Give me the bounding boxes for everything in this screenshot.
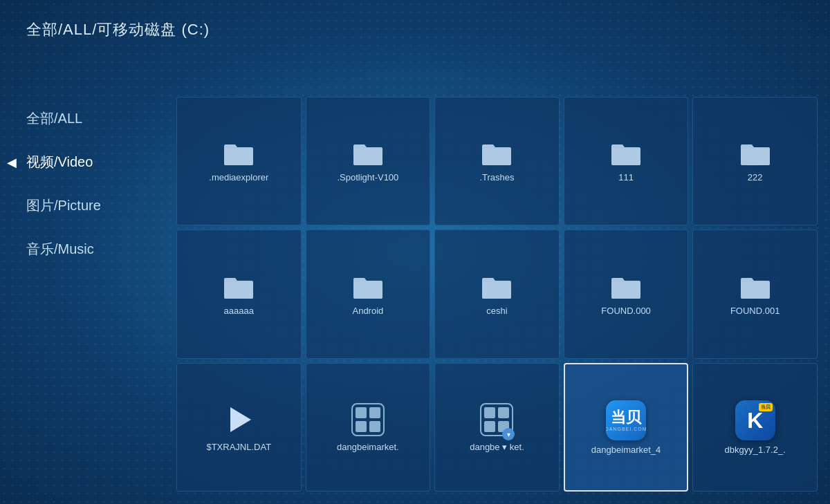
item-label-txrajnl: $TXRAJNL.DAT bbox=[206, 442, 271, 453]
item-label-dangbeimarket4: dangbeimarket_4 bbox=[591, 445, 661, 456]
item-label-111: 111 bbox=[618, 172, 634, 183]
item-label-dangbe: dangbe ▾ ket. bbox=[470, 442, 524, 453]
app-grid-icon bbox=[351, 403, 385, 436]
sidebar-item-video[interactable]: 视频/Video bbox=[0, 140, 166, 184]
grid-item-222[interactable]: 222 bbox=[692, 97, 818, 225]
grid-item-spotlight[interactable]: .Spotlight-V100 bbox=[306, 97, 431, 225]
breadcrumb: 全部/ALL/可移动磁盘 (C:) bbox=[26, 19, 210, 40]
grid-item-trashes[interactable]: .Trashes bbox=[434, 97, 560, 225]
grid-item-found001[interactable]: FOUND.001 bbox=[692, 230, 818, 358]
item-label-android: Android bbox=[352, 306, 383, 317]
file-grid: .mediaexplorer .Spotlight-V100 .Trashes … bbox=[176, 97, 818, 492]
grid-item-dangbeimarket4[interactable]: 当贝 DANGBEI.COM dangbeimarket_4 bbox=[564, 363, 689, 492]
grid-item-dangbe[interactable]: ▾ dangbe ▾ ket. bbox=[434, 363, 560, 492]
item-label-ceshi: ceshi bbox=[486, 306, 507, 317]
sidebar-item-all[interactable]: 全部/ALL bbox=[0, 97, 166, 140]
grid-item-txrajnl[interactable]: $TXRAJNL.DAT bbox=[176, 363, 302, 492]
grid-item-111[interactable]: 111 bbox=[564, 97, 689, 225]
download-badge: ▾ bbox=[502, 428, 515, 440]
sidebar-item-picture[interactable]: 图片/Picture bbox=[0, 184, 166, 227]
grid-item-dangbeimarket1[interactable]: dangbeimarket. bbox=[306, 363, 431, 492]
item-label-dangbeimarket1: dangbeimarket. bbox=[337, 442, 399, 453]
play-icon bbox=[222, 403, 255, 436]
item-label-dbkgyy: dbkgyy_1.7.2_. bbox=[725, 445, 786, 456]
grid-item-dbkgyy[interactable]: K 当贝 dbkgyy_1.7.2_. bbox=[692, 363, 818, 492]
item-label-found001: FOUND.001 bbox=[730, 306, 780, 317]
grid-item-ceshi[interactable]: ceshi bbox=[434, 230, 560, 358]
sidebar: 全部/ALL 视频/Video 图片/Picture 音乐/Music bbox=[0, 97, 166, 271]
sidebar-item-music[interactable]: 音乐/Music bbox=[0, 227, 166, 271]
grid-item-mediaexplorer[interactable]: .mediaexplorer bbox=[176, 97, 302, 225]
item-label-222: 222 bbox=[748, 172, 763, 183]
dbk-app-icon: K 当贝 bbox=[735, 400, 775, 440]
item-label-trashes: .Trashes bbox=[479, 172, 514, 183]
dangbei-app-icon: 当贝 DANGBEI.COM bbox=[606, 400, 646, 440]
item-label-found000: FOUND.000 bbox=[601, 306, 651, 317]
item-label-spotlight: .Spotlight-V100 bbox=[337, 172, 398, 183]
item-label-mediaexplorer: .mediaexplorer bbox=[209, 172, 268, 183]
grid-item-android[interactable]: Android bbox=[306, 230, 431, 358]
grid-item-aaaaaa[interactable]: aaaaaa bbox=[176, 230, 302, 358]
item-label-aaaaaa: aaaaaa bbox=[224, 306, 254, 317]
grid-item-found000[interactable]: FOUND.000 bbox=[564, 230, 689, 358]
